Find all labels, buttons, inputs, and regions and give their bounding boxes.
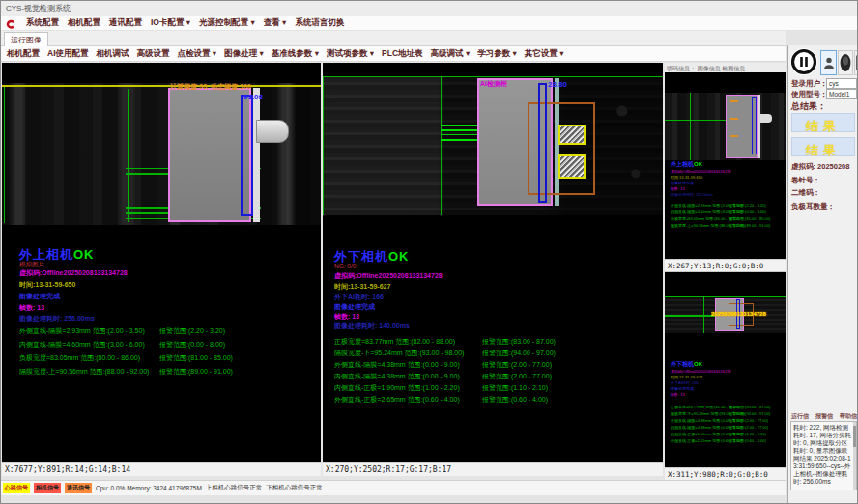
left-camera-panel: 计算阈值:93, 动态阈值:100 93.08 外上相机OK 模拟图片 虚拟码:…: [2, 63, 321, 476]
menu-item-io[interactable]: IO卡配置 ▾: [151, 17, 190, 29]
alarm-range-text: 报警范围:(81.00 - 85.00): [159, 354, 233, 361]
mini-bottom-image[interactable]: 20250208133134728: [665, 296, 786, 333]
measurement-text: 内侧直线-隔膜=4.38mm 范围:(0.00 - 9.00): [334, 373, 460, 379]
menu-bar: 系统配置 相机配置 通讯配置 IO卡配置 ▾ 光源控制配置 ▾ 查看 ▾ 系统语…: [1, 16, 857, 31]
exit-button[interactable]: [854, 50, 858, 75]
operator-icon: [840, 53, 851, 72]
result-block-upper: 结果: [791, 113, 855, 132]
tool-camera-debug[interactable]: 相机调试: [97, 48, 129, 60]
camera-title: 外上相机OK: [19, 248, 95, 261]
frame-line-green: [323, 76, 324, 215]
tab-metal-part: [256, 120, 289, 143]
mini-alarm: 报警范围:(0.00 - 8.00): [729, 210, 766, 214]
user-value-field[interactable]: cys: [826, 78, 857, 89]
mini-time-line: 时间:13-31-59-627: [671, 376, 702, 379]
tool-test-params[interactable]: 测试项参数 ▾: [327, 48, 374, 60]
separator-strip: [758, 95, 760, 158]
tool-learn-params[interactable]: 学习参数 ▾: [477, 48, 517, 60]
menu-item-language[interactable]: 系统语言切换: [295, 17, 344, 29]
mid-camera-panel: AI检测框 28.80 外下相机OK NG: 0/0 虚拟码:Offline20…: [323, 63, 663, 476]
threshold-overlay-text: 计算阈值:93, 动态阈值:100: [170, 83, 251, 90]
tool-baseline-params[interactable]: 基准线参数 ▾: [272, 48, 319, 60]
tool-advanced-settings[interactable]: 高级设置: [137, 48, 170, 60]
measure-hline-green: [126, 212, 170, 214]
log-text: 耗时: 222, 网络检测耗时: 17, 网络分类耗时: 0, 网络提取分区耗时…: [793, 424, 851, 485]
mini-done-line: 图像处理完成: [671, 182, 694, 185]
cpu-memory-text: Cpu: 0.0% Memory: 3424.41796875M: [96, 485, 202, 491]
mini-alarm: 报警范围:(83.00 - 87.00): [729, 406, 770, 409]
menu-item-light[interactable]: 光源控制配置 ▾: [199, 17, 255, 29]
time-line: 时间:13-31-59-627: [334, 283, 390, 290]
mini-top-image[interactable]: [665, 93, 786, 160]
mini-frames-line: 帧数: 13: [671, 187, 685, 191]
measure-value-overlay: 93.08: [243, 94, 263, 101]
alarm-range-text: 报警范围:(83.00 - 87.00): [482, 338, 556, 345]
camera-subtitle: NG: 0/0: [334, 264, 356, 270]
ai-elapsed-line: 外下AI耗时: 166: [334, 294, 384, 300]
tool-plc-table[interactable]: PLC地址表: [382, 48, 423, 60]
titlebar: CYS-视觉检测系统: [1, 1, 857, 17]
heartbeat-badge: 心跳信号: [3, 483, 30, 493]
alarm-range-text: 报警范围:(1.10 - 2.10): [482, 384, 548, 391]
mini-elapsed-line: 图像处理耗时: 256.00ms: [671, 193, 713, 197]
mini-alarm: 报警范围:(1.10 - 2.10): [729, 433, 766, 436]
tool-spot-check[interactable]: 点检设置 ▾: [178, 48, 217, 60]
down-camera-heartbeat-text: 下相机心跳信号正常: [266, 484, 323, 492]
edge-line-green: [4, 87, 5, 223]
frames-line: 帧数: 13: [19, 304, 44, 311]
done-line: 图像处理完成: [19, 293, 60, 299]
app-window: CYS-视觉检测系统 系统配置 相机配置 通讯配置 IO卡配置 ▾ 光源控制配置…: [0, 0, 858, 504]
roi-rect-blue: [752, 97, 757, 154]
tool-image-process[interactable]: 图像处理 ▾: [224, 48, 264, 60]
frames-line: 帧数: 13: [334, 313, 359, 320]
mini-top-view[interactable]: 外上相机OK 虚拟码:Offline20250208133134728 时间:1…: [665, 72, 786, 272]
mini-column-header: 喷码信息： 图像信息 检测信息: [665, 63, 786, 72]
left-camera-statusbar: X:7677;Y:891;R:14;G:14;B:14: [2, 462, 321, 476]
menu-item-view[interactable]: 查看 ▾: [264, 17, 287, 29]
user-label: 登录用户：: [791, 80, 828, 88]
mini-alarm: 报警范围:(2.00 - 77.00): [729, 426, 768, 430]
measurement-text: 正极宽度=83.77mm 范围:(82.00 - 88.00): [334, 338, 455, 345]
tool-ai-config[interactable]: AI使用配置: [47, 48, 89, 60]
model-value-field[interactable]: Model1: [826, 89, 857, 99]
tool-camera-config[interactable]: 相机配置: [7, 48, 40, 60]
log-scrollbar[interactable]: [853, 422, 856, 490]
tool-other-settings[interactable]: 其它设置 ▾: [525, 48, 564, 60]
time-line: 时间:13-31-59-650: [19, 281, 75, 288]
camera-subtitle: 模拟图片: [19, 262, 44, 268]
alarm-range-text: 报警范围:(89.00 - 91.00): [159, 368, 233, 375]
pause-icon: [790, 48, 817, 75]
roi-rect-blue: [241, 95, 253, 216]
menu-item-comm[interactable]: 通讯配置: [109, 17, 142, 29]
menu-item-camera[interactable]: 相机配置: [68, 17, 100, 29]
overlay-mark-orange: [730, 100, 738, 102]
operator-button[interactable]: [838, 50, 853, 75]
mini-bottom-view[interactable]: 20250208133134728 外下相机OK 虚拟码:Offline2025…: [665, 272, 786, 480]
user-button[interactable]: [820, 50, 837, 75]
app-logo-icon: [5, 17, 17, 30]
tab-roi-rect-yellow: [558, 125, 586, 145]
frame-line-green: [665, 296, 786, 297]
ai-roi-label: AI检测框: [480, 80, 507, 87]
mid-camera-image[interactable]: AI检测框 28.80: [323, 76, 663, 215]
frame-line-green: [323, 76, 663, 77]
measure-hline-green: [441, 125, 477, 126]
comm-signal-badge: 通讯信号: [65, 483, 92, 493]
mini-time-line: 时间:13-31-59-650: [671, 176, 702, 180]
needle-label: 卷针号：: [791, 177, 820, 184]
mini-done-line: 图像处理完成: [671, 387, 694, 391]
log-box[interactable]: 耗时: 222, 网络检测耗时: 17, 网络分类耗时: 0, 网络提取分区耗时…: [790, 421, 857, 490]
measurement-text: 内侧直线-隔膜=4.60mm 范围:(3.00 - 6.00): [19, 341, 145, 348]
mini-bottom-statusbar: X:311;Y:980;R:0;G:0;B:0: [665, 467, 786, 480]
pause-button[interactable]: [790, 48, 817, 75]
tool-advanced-debug[interactable]: 高级调试 ▾: [431, 48, 471, 60]
mini-barcode-line: 虚拟码:Offline20250208133134728: [671, 170, 730, 174]
elapsed-line: 图像处理耗时: 140.00ms: [334, 322, 410, 329]
left-camera-image[interactable]: 计算阈值:93, 动态阈值:100 93.08: [2, 83, 321, 225]
sprayed-code-glow-text: 20250208133134728: [711, 311, 771, 317]
camera-title: 外下相机OK: [334, 250, 410, 263]
menu-item-system[interactable]: 系统配置: [26, 17, 59, 29]
measurement-text: 外侧直线-正极=2.65mm 范围:(0.60 - 4.00): [334, 396, 460, 403]
mini-alarm: 报警范围:(89.00 - 91.00): [729, 224, 770, 228]
tab-run-image[interactable]: 运行图像: [4, 32, 48, 47]
